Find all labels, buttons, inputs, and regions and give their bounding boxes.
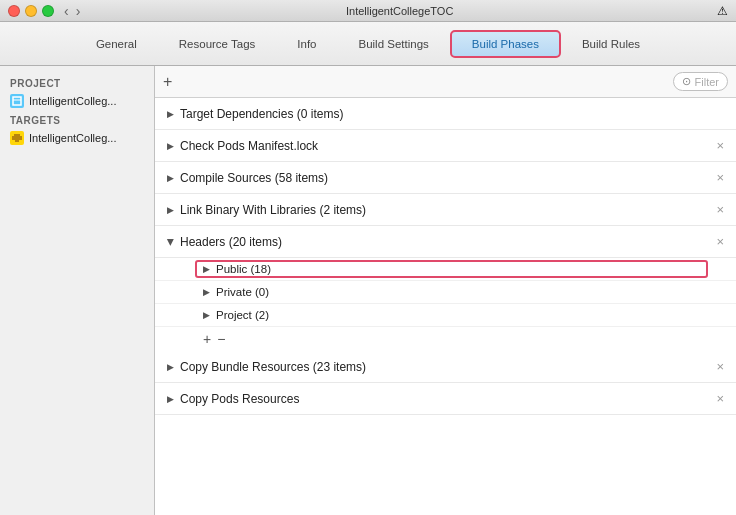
filter-icon: ⊙ bbox=[682, 75, 691, 88]
svg-rect-2 bbox=[12, 136, 22, 140]
phase-label: Check Pods Manifest.lock bbox=[180, 139, 716, 153]
tab-info[interactable]: Info bbox=[276, 31, 337, 57]
delete-phase-btn[interactable]: × bbox=[716, 234, 724, 249]
main-layout: PROJECT IntelligentColleg... TARGETS bbox=[0, 66, 736, 515]
phase-label: Link Binary With Libraries (2 items) bbox=[180, 203, 716, 217]
sidebar: PROJECT IntelligentColleg... TARGETS bbox=[0, 66, 155, 515]
triangle-icon: ▶ bbox=[167, 141, 174, 151]
headers-actions: + − bbox=[155, 327, 736, 351]
triangle-icon: ▶ bbox=[167, 109, 174, 119]
subsection-public[interactable]: ▶ Public (18) bbox=[155, 258, 736, 281]
phase-label: Copy Bundle Resources (23 items) bbox=[180, 360, 716, 374]
phase-headers[interactable]: ▶ Headers (20 items) × bbox=[155, 226, 736, 258]
project-icon-shape bbox=[10, 94, 24, 108]
phase-check-pods[interactable]: ▶ Check Pods Manifest.lock × bbox=[155, 130, 736, 162]
filter-placeholder: Filter bbox=[695, 76, 719, 88]
phase-link-binary[interactable]: ▶ Link Binary With Libraries (2 items) × bbox=[155, 194, 736, 226]
warning-icon: ⚠ bbox=[717, 4, 728, 18]
add-phase-btn[interactable]: + bbox=[163, 74, 172, 90]
sidebar-item-project[interactable]: IntelligentColleg... bbox=[0, 91, 154, 111]
close-window-btn[interactable] bbox=[8, 5, 20, 17]
tab-build-rules[interactable]: Build Rules bbox=[561, 31, 661, 57]
triangle-icon: ▶ bbox=[203, 310, 210, 320]
delete-phase-btn[interactable]: × bbox=[716, 391, 724, 406]
remove-header-btn[interactable]: − bbox=[217, 332, 225, 346]
delete-phase-btn[interactable]: × bbox=[716, 359, 724, 374]
phase-label: Compile Sources (58 items) bbox=[180, 171, 716, 185]
delete-phase-btn[interactable]: × bbox=[716, 138, 724, 153]
triangle-icon: ▶ bbox=[203, 287, 210, 297]
titlebar: ‹ › IntelligentCollegeTOC ⚠ bbox=[0, 0, 736, 22]
tab-build-settings[interactable]: Build Settings bbox=[337, 31, 449, 57]
svg-rect-3 bbox=[14, 134, 20, 136]
nav-buttons: ‹ › bbox=[62, 3, 82, 19]
subsection-label: Private (0) bbox=[216, 286, 269, 298]
phase-label: Target Dependencies (0 items) bbox=[180, 107, 724, 121]
triangle-icon: ▶ bbox=[167, 173, 174, 183]
tab-resource-tags[interactable]: Resource Tags bbox=[158, 31, 277, 57]
phase-label: Copy Pods Resources bbox=[180, 392, 716, 406]
content-area: + ⊙ Filter ▶ Target Dependencies (0 item… bbox=[155, 66, 736, 515]
phase-copy-pods[interactable]: ▶ Copy Pods Resources × bbox=[155, 383, 736, 415]
highlight-box bbox=[195, 260, 708, 278]
triangle-icon: ▶ bbox=[203, 264, 210, 274]
nav-back-btn[interactable]: ‹ bbox=[62, 3, 71, 19]
svg-rect-4 bbox=[15, 140, 19, 142]
add-header-btn[interactable]: + bbox=[203, 332, 211, 346]
phase-compile-sources[interactable]: ▶ Compile Sources (58 items) × bbox=[155, 162, 736, 194]
minimize-window-btn[interactable] bbox=[25, 5, 37, 17]
subsection-private[interactable]: ▶ Private (0) bbox=[155, 281, 736, 304]
svg-rect-0 bbox=[13, 97, 21, 105]
nav-forward-btn[interactable]: › bbox=[74, 3, 83, 19]
target-icon bbox=[10, 131, 24, 145]
tab-build-phases[interactable]: Build Phases bbox=[450, 30, 561, 58]
headers-expanded: ▶ Public (18) ▶ Private (0) ▶ Project (2… bbox=[155, 258, 736, 351]
triangle-icon: ▶ bbox=[166, 238, 176, 245]
project-icon bbox=[10, 94, 24, 108]
triangle-icon: ▶ bbox=[167, 362, 174, 372]
subsection-project[interactable]: ▶ Project (2) bbox=[155, 304, 736, 327]
triangle-icon: ▶ bbox=[167, 205, 174, 215]
filter-container[interactable]: ⊙ Filter bbox=[673, 72, 728, 91]
phase-copy-bundle[interactable]: ▶ Copy Bundle Resources (23 items) × bbox=[155, 351, 736, 383]
targets-section-label: TARGETS bbox=[0, 111, 154, 128]
tabbar: General Resource Tags Info Build Setting… bbox=[0, 22, 736, 66]
project-section-label: PROJECT bbox=[0, 74, 154, 91]
tab-general[interactable]: General bbox=[75, 31, 158, 57]
maximize-window-btn[interactable] bbox=[42, 5, 54, 17]
phase-label: Headers (20 items) bbox=[180, 235, 716, 249]
delete-phase-btn[interactable]: × bbox=[716, 170, 724, 185]
phase-target-deps[interactable]: ▶ Target Dependencies (0 items) bbox=[155, 98, 736, 130]
window-controls bbox=[8, 5, 54, 17]
content-toolbar: + ⊙ Filter bbox=[155, 66, 736, 98]
subsection-label: Project (2) bbox=[216, 309, 269, 321]
titlebar-icons: ⚠ bbox=[717, 4, 728, 18]
target-name: IntelligentColleg... bbox=[29, 132, 116, 144]
delete-phase-btn[interactable]: × bbox=[716, 202, 724, 217]
subsection-label: Public (18) bbox=[216, 263, 271, 275]
triangle-icon: ▶ bbox=[167, 394, 174, 404]
sidebar-item-target[interactable]: IntelligentColleg... bbox=[0, 128, 154, 148]
target-icon-shape bbox=[10, 131, 24, 145]
project-name: IntelligentColleg... bbox=[29, 95, 116, 107]
window-title: IntelligentCollegeTOC bbox=[90, 5, 709, 17]
